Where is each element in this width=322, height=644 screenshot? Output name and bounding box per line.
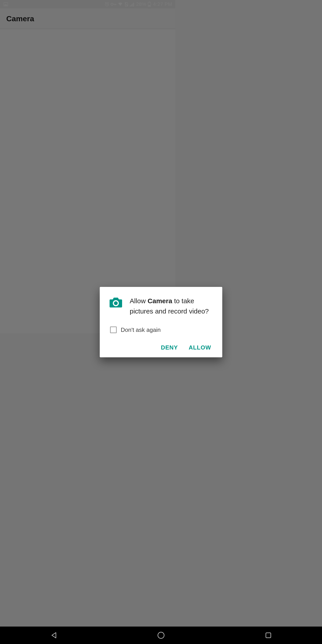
deny-button[interactable]: DENY — [161, 344, 175, 351]
camera-icon — [110, 296, 122, 317]
permission-message-pre: Allow — [130, 297, 148, 304]
dont-ask-again-row[interactable]: Don't ask again — [110, 326, 175, 334]
dialog-actions: DENY ALLOW — [110, 344, 175, 351]
permission-message: Allow Camera to take pictures and record… — [130, 296, 175, 317]
dont-ask-again-label: Don't ask again — [121, 326, 160, 334]
permission-message-app: Camera — [148, 297, 172, 304]
permission-dialog: Allow Camera to take pictures and record… — [100, 287, 175, 351]
permission-dialog-wrap: Allow Camera to take pictures and record… — [0, 0, 175, 350]
dont-ask-again-checkbox[interactable] — [110, 326, 117, 333]
